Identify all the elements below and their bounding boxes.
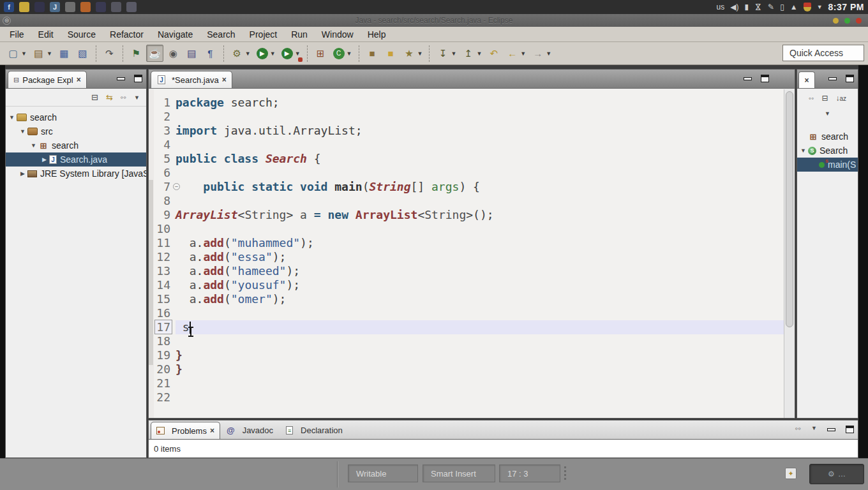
new-event-icon[interactable]: ✦	[785, 468, 797, 479]
tab-outline[interactable]: ×	[798, 71, 815, 88]
collapse-icon[interactable]: ▼	[800, 147, 807, 154]
tree-item-src[interactable]: ▼src	[6, 124, 146, 138]
sort-icon[interactable]: ↓az	[836, 94, 847, 103]
focus-icon[interactable]: ◦◦	[809, 94, 814, 103]
code-line-17[interactable]: 17 s	[154, 320, 795, 334]
phone-icon[interactable]: ▯	[780, 3, 784, 11]
close-icon[interactable]: ×	[804, 76, 809, 85]
minimize-view-icon[interactable]	[828, 77, 837, 80]
synchronize-button[interactable]: C▼	[331, 45, 354, 62]
annotation-ruler[interactable]	[149, 89, 154, 418]
previous-annotation-button[interactable]: ↥▼	[460, 45, 484, 62]
close-icon[interactable]: ×	[210, 426, 214, 435]
code-line-4[interactable]: 4	[154, 138, 795, 152]
java-application-button[interactable]: ☕	[146, 45, 163, 62]
code-line-1[interactable]: 1package search;	[154, 96, 795, 110]
code-line-20[interactable]: 20}	[154, 362, 795, 376]
menu-edit[interactable]: Edit	[31, 27, 61, 41]
clock[interactable]: 8:37 PM	[828, 2, 864, 12]
terminal-icon[interactable]: J	[50, 2, 60, 12]
run-button[interactable]: ▶▼	[254, 45, 278, 62]
skip-all-breakpoints-button[interactable]: ↷	[101, 45, 118, 62]
view-menu-chevron-icon[interactable]: ▼	[811, 425, 817, 431]
chevron-down-icon[interactable]: ▼	[47, 50, 52, 57]
forward-button[interactable]: →▼	[529, 45, 553, 62]
console-button[interactable]: ▤	[183, 45, 200, 62]
chevron-down-icon[interactable]: ▼	[546, 50, 551, 57]
minimize-editor-icon[interactable]	[744, 77, 752, 80]
chevron-down-icon[interactable]: ▼	[245, 50, 251, 57]
collapse-icon[interactable]: ▼	[30, 142, 37, 149]
maximize-view-icon[interactable]	[846, 426, 854, 433]
code-line-6[interactable]: 6	[154, 166, 795, 180]
window-titlebar[interactable]: ⊜ Java - search/src/search/Search.java -…	[0, 14, 868, 27]
menu-file[interactable]: File	[3, 27, 31, 41]
tree-item-jre-system-library-javas[interactable]: ▶JRE System Library [JavaS	[6, 167, 146, 181]
volume-icon[interactable]: ◀)	[730, 3, 738, 11]
eclipse-icon[interactable]	[34, 2, 45, 12]
code-editor[interactable]: 1package search;23import java.util.Array…	[149, 89, 795, 418]
minimize-view-icon[interactable]	[827, 428, 835, 431]
code-line-2[interactable]: 2	[154, 110, 795, 124]
code-line-21[interactable]: 21	[154, 376, 795, 390]
view-menu-chevron-icon[interactable]: ▼	[797, 104, 858, 126]
chevron-down-icon[interactable]: ▼	[817, 4, 823, 10]
tree-item-search[interactable]: ⊞search	[797, 130, 858, 144]
tab-package-explorer[interactable]: ⊟ Package Expl ×	[8, 71, 87, 88]
system-monitor-icon[interactable]	[111, 2, 121, 12]
chevron-down-icon[interactable]: ▼	[270, 50, 276, 57]
tree-item-search[interactable]: ▼search	[6, 110, 146, 124]
scrollbar-thumb[interactable]	[786, 91, 793, 327]
shield-icon[interactable]	[804, 3, 811, 11]
eclipse-active-icon[interactable]	[96, 2, 106, 12]
collapse-icon[interactable]: ▼	[8, 114, 15, 121]
close-icon[interactable]: ×	[222, 75, 227, 84]
open-type-button[interactable]: ■	[364, 45, 381, 62]
code-line-9[interactable]: 9ArrayList<String> a = new ArrayList<Str…	[154, 208, 795, 222]
expand-icon[interactable]: ▶	[19, 170, 26, 177]
filters-icon[interactable]: ◦◦	[795, 424, 801, 433]
bluetooth-icon[interactable]: ⋈	[754, 3, 763, 11]
new-java-project-button[interactable]: ▤▼	[30, 45, 54, 62]
tab-search-java[interactable]: J *Search.java ×	[151, 71, 232, 88]
notes-icon[interactable]: ✎	[768, 3, 774, 11]
code-line-3[interactable]: 3import java.util.ArrayList;	[154, 124, 795, 138]
files-icon[interactable]	[126, 2, 137, 12]
chevron-down-icon[interactable]: ▼	[476, 50, 482, 57]
code-line-19[interactable]: 19}	[154, 348, 795, 362]
save-all-button[interactable]: ▧	[74, 45, 91, 62]
menu-refactor[interactable]: Refactor	[103, 27, 151, 41]
code-line-18[interactable]: 18	[154, 334, 795, 348]
maximize-editor-icon[interactable]	[761, 75, 769, 82]
tab-declaration[interactable]: ≡Declaration	[280, 422, 349, 439]
back-button[interactable]: ←▼	[504, 45, 528, 62]
maximize-view-icon[interactable]	[134, 75, 142, 82]
open-resource-button[interactable]: ■	[382, 45, 400, 62]
progress-indicator[interactable]: ⚙…	[809, 464, 864, 484]
new-wizard-button[interactable]: ▢▼	[4, 45, 29, 62]
show-whitespace-button[interactable]: ¶	[202, 45, 219, 62]
code-line-16[interactable]: 16	[154, 306, 795, 320]
code-line-22[interactable]: 22	[154, 390, 795, 405]
menu-help[interactable]: Help	[361, 27, 393, 41]
collapse-icon[interactable]: ▼	[19, 128, 26, 135]
chevron-down-icon[interactable]: ▼	[21, 50, 27, 57]
wifi-icon[interactable]: ▲	[790, 3, 798, 11]
editor-vertical-scrollbar[interactable]	[784, 89, 795, 418]
tab-problems[interactable]: Problems×	[151, 422, 220, 439]
next-annotation-button[interactable]: ↧▼	[434, 45, 458, 62]
menu-source[interactable]: Source	[61, 27, 103, 41]
tree-item-main-s[interactable]: main(S	[797, 158, 858, 172]
coverage-button[interactable]: ▶▼	[279, 45, 303, 62]
code-line-8[interactable]: 8	[154, 194, 795, 208]
code-content[interactable]: 1package search;23import java.util.Array…	[154, 89, 795, 418]
collapse-all-icon[interactable]: ⊟	[821, 94, 828, 103]
drag-handle[interactable]	[564, 466, 567, 482]
tree-item-search[interactable]: ▼⊞search	[6, 138, 146, 152]
menu-navigate[interactable]: Navigate	[151, 27, 200, 41]
link-with-editor-icon[interactable]: ⇆	[106, 93, 113, 102]
code-line-11[interactable]: 11 a.add("muhammed");	[154, 236, 795, 250]
tab-javadoc[interactable]: @Javadoc	[220, 422, 280, 439]
code-line-7[interactable]: 7− public static void main(String[] args…	[154, 180, 795, 194]
external-tools-button[interactable]: ⚙▼	[228, 45, 253, 62]
